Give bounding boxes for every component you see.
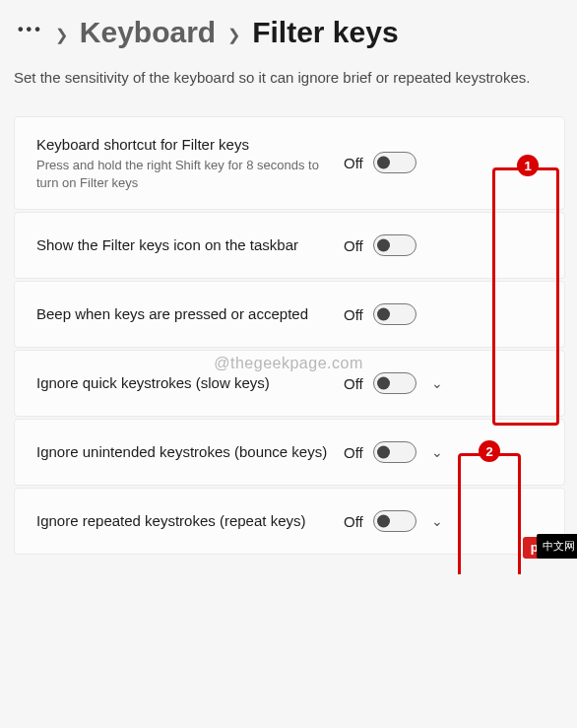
page-title: Filter keys: [252, 16, 398, 49]
setting-row-repeat-keys[interactable]: Ignore repeated keystrokes (repeat keys)…: [14, 488, 565, 555]
setting-title: Ignore unintended keystrokes (bounce key…: [36, 442, 332, 462]
toggle-status: Off: [344, 444, 363, 461]
setting-title: Ignore quick keystrokes (slow keys): [36, 373, 332, 393]
chevron-down-icon[interactable]: ⌄: [426, 444, 448, 460]
toggle-status: Off: [344, 513, 363, 530]
toggle-switch[interactable]: [373, 441, 417, 463]
setting-title: Show the Filter keys icon on the taskbar: [36, 235, 332, 255]
breadcrumb: ••• ❯ Keyboard ❯ Filter keys: [14, 10, 565, 59]
setting-title: Keyboard shortcut for Filter keys: [36, 135, 332, 155]
chevron-right-icon: ❯: [55, 22, 68, 44]
page-description: Set the sensitivity of the keyboard so i…: [14, 59, 565, 116]
chevron-down-icon[interactable]: ⌄: [426, 513, 448, 529]
setting-row-keyboard-shortcut: Keyboard shortcut for Filter keys Press …: [14, 116, 565, 210]
setting-title: Beep when keys are pressed or accepted: [36, 304, 332, 324]
toggle-switch[interactable]: [373, 303, 417, 325]
setting-row-bounce-keys[interactable]: Ignore unintended keystrokes (bounce key…: [14, 419, 565, 486]
setting-row-slow-keys[interactable]: Ignore quick keystrokes (slow keys) Off …: [14, 350, 565, 417]
footer-cn-badge: 中文网: [537, 534, 577, 559]
toggle-status: Off: [344, 155, 363, 171]
toggle-status: Off: [344, 237, 363, 254]
toggle-switch[interactable]: [373, 372, 417, 394]
setting-subtitle: Press and hold the right Shift key for 8…: [36, 157, 332, 191]
toggle-switch[interactable]: [373, 234, 417, 256]
chevron-down-icon[interactable]: ⌄: [426, 375, 448, 391]
setting-title: Ignore repeated keystrokes (repeat keys): [36, 511, 332, 531]
breadcrumb-link-keyboard[interactable]: Keyboard: [80, 16, 216, 49]
chevron-right-icon: ❯: [227, 22, 240, 44]
breadcrumb-overflow-icon[interactable]: •••: [18, 21, 43, 44]
toggle-status: Off: [344, 306, 363, 323]
toggle-status: Off: [344, 375, 363, 392]
setting-row-beep: Beep when keys are pressed or accepted O…: [14, 281, 565, 348]
toggle-switch[interactable]: [373, 152, 417, 173]
toggle-switch[interactable]: [373, 510, 417, 532]
setting-row-taskbar-icon: Show the Filter keys icon on the taskbar…: [14, 212, 565, 279]
settings-list: Keyboard shortcut for Filter keys Press …: [14, 116, 565, 555]
